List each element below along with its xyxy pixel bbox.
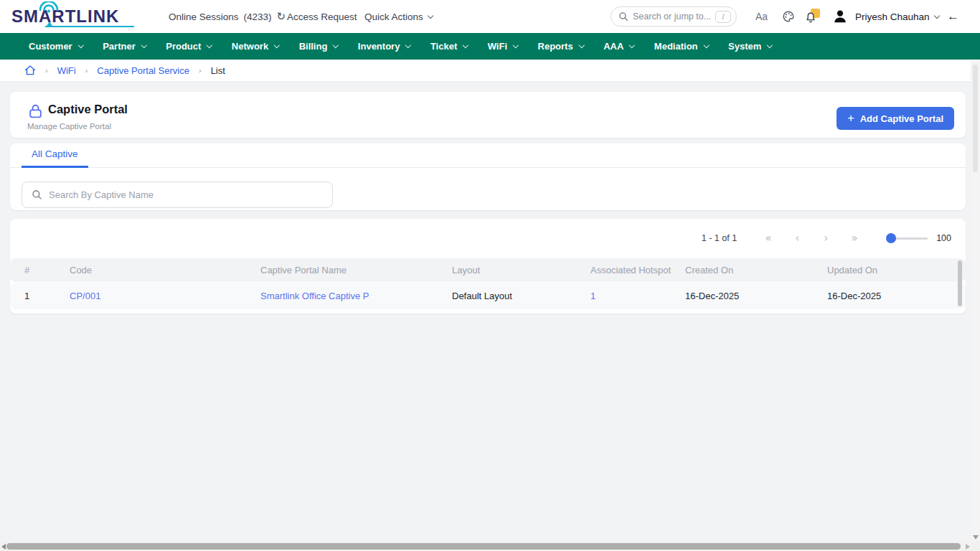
scroll-down-arrow-icon[interactable] xyxy=(973,535,979,540)
nav-item-reports[interactable]: Reports xyxy=(538,41,584,52)
lock-icon xyxy=(28,103,43,119)
nav-item-system[interactable]: System xyxy=(728,41,772,52)
chevron-down-icon xyxy=(405,42,411,48)
chevron-right-icon: › xyxy=(85,66,88,75)
col-hotspot: Associated Hotspot xyxy=(590,265,685,276)
chevron-down-icon xyxy=(428,12,433,18)
chevron-down-icon xyxy=(767,42,773,48)
theme-palette-icon[interactable] xyxy=(782,0,795,33)
chevron-right-icon: › xyxy=(199,66,202,75)
user-name: Priyesh Chauhan xyxy=(855,11,930,22)
horizontal-scrollbar xyxy=(0,542,980,551)
captive-name-search-input[interactable] xyxy=(49,189,323,200)
vertical-scrollbar-thumb[interactable] xyxy=(973,65,978,172)
refresh-icon[interactable]: ↻ xyxy=(277,10,286,23)
captive-name-search[interactable] xyxy=(22,182,333,208)
filter-card: All Captive xyxy=(10,143,966,210)
prev-page-icon[interactable]: ‹ xyxy=(783,232,811,245)
back-arrow-icon: ← xyxy=(947,9,959,24)
cell-created: 16-Dec-2025 xyxy=(685,291,827,301)
user-avatar[interactable] xyxy=(832,0,848,33)
scroll-left-arrow-icon[interactable] xyxy=(1,544,6,550)
logo-underline xyxy=(45,26,134,27)
col-updated: Updated On xyxy=(827,265,951,276)
scroll-right-arrow-icon[interactable] xyxy=(966,544,970,550)
tab-bar: All Captive xyxy=(10,143,966,168)
nav-item-aaa[interactable]: AAA xyxy=(603,41,634,52)
user-menu[interactable]: Priyesh Chauhan xyxy=(855,0,939,33)
col-name: Captive Portal Name xyxy=(260,265,452,276)
online-sessions[interactable]: Online Sessions (4233) ↻ xyxy=(169,0,286,33)
page-size-slider[interactable] xyxy=(887,233,928,243)
plus-icon: + xyxy=(847,112,854,125)
chevron-down-icon xyxy=(629,42,635,48)
online-sessions-label: Online Sessions xyxy=(169,11,239,22)
nav-item-inventory[interactable]: Inventory xyxy=(358,41,410,52)
chevron-down-icon xyxy=(78,42,84,48)
nav-item-wifi[interactable]: WiFi xyxy=(488,41,518,52)
smartlink-logo[interactable]: SMARTLINK xyxy=(11,4,144,31)
cell-updated: 16-Dec-2025 xyxy=(827,291,951,301)
chevron-down-icon xyxy=(579,42,585,48)
chevron-down-icon xyxy=(463,42,468,48)
global-search[interactable]: / xyxy=(611,6,737,27)
back-arrow-button[interactable]: ← xyxy=(947,0,959,33)
wifi-icon xyxy=(38,1,60,13)
breadcrumb-wifi[interactable]: WiFi xyxy=(57,65,76,76)
pagination-range: 1 - 1 of 1 xyxy=(702,233,737,243)
chevron-down-icon xyxy=(333,42,339,48)
access-request-link[interactable]: Access Request xyxy=(287,0,357,33)
col-layout: Layout xyxy=(452,265,590,276)
main-nav: Customer Partner Product Network Billing… xyxy=(0,33,980,60)
col-num: # xyxy=(24,265,70,276)
table-header: # Code Captive Portal Name Layout Associ… xyxy=(10,258,966,282)
chevron-right-icon: › xyxy=(45,66,48,75)
pagination: 1 - 1 of 1 « ‹ › » 100 xyxy=(702,228,951,248)
horizontal-scrollbar-thumb[interactable] xyxy=(6,543,961,550)
cell-hotspot-link[interactable]: 1 xyxy=(590,291,685,301)
global-search-input[interactable] xyxy=(633,11,711,22)
breadcrumb-list: List xyxy=(211,65,225,76)
online-sessions-count: (4233) xyxy=(244,11,272,22)
quick-actions-menu[interactable]: Quick Actions xyxy=(364,0,433,33)
nav-item-customer[interactable]: Customer xyxy=(29,41,83,52)
chevron-down-icon xyxy=(274,42,280,48)
nav-item-product[interactable]: Product xyxy=(166,41,212,52)
slider-knob[interactable] xyxy=(886,233,896,243)
chevron-down-icon xyxy=(141,42,147,48)
nav-item-partner[interactable]: Partner xyxy=(103,41,146,52)
nav-item-mediation[interactable]: Mediation xyxy=(654,41,708,52)
cell-layout: Default Layout xyxy=(452,291,590,301)
next-page-icon[interactable]: › xyxy=(811,232,840,245)
nav-item-network[interactable]: Network xyxy=(232,41,279,52)
bell-icon xyxy=(805,11,816,24)
cell-code-link[interactable]: CP/001 xyxy=(70,291,260,301)
last-page-icon[interactable]: » xyxy=(840,232,869,245)
home-icon[interactable] xyxy=(24,65,36,76)
search-icon xyxy=(618,11,628,22)
cell-name-link[interactable]: Smartlink Office Captive Portal xyxy=(260,291,452,301)
col-code: Code xyxy=(70,265,260,276)
notifications-button[interactable] xyxy=(805,0,819,33)
search-icon xyxy=(32,189,42,200)
page-title: Captive Portal xyxy=(48,103,128,116)
person-icon xyxy=(832,9,848,24)
search-shortcut-badge: / xyxy=(715,11,731,23)
cell-num: 1 xyxy=(24,291,70,301)
chevron-down-icon xyxy=(513,42,519,48)
tab-all-captive[interactable]: All Captive xyxy=(22,142,88,168)
nav-item-ticket[interactable]: Ticket xyxy=(430,41,468,52)
top-header: SMARTLINK Online Sessions (4233) ↻ Acces… xyxy=(0,0,980,33)
vertical-scrollbar xyxy=(971,60,980,542)
table-card: 1 - 1 of 1 « ‹ › » 100 # Code Captive Po… xyxy=(10,219,966,314)
add-captive-portal-button[interactable]: + Add Captive Portal xyxy=(837,107,954,130)
first-page-icon[interactable]: « xyxy=(754,232,783,245)
breadcrumb: › WiFi › Captive Portal Service › List xyxy=(0,60,980,82)
nav-item-billing[interactable]: Billing xyxy=(299,41,338,52)
breadcrumb-captive-portal-service[interactable]: Captive Portal Service xyxy=(97,65,189,76)
text-size-toggle[interactable]: Aa xyxy=(755,0,768,33)
chevron-down-icon xyxy=(703,42,709,48)
page-size-value: 100 xyxy=(936,233,951,243)
table-row: 1 CP/001 Smartlink Office Captive Portal… xyxy=(10,283,966,309)
table-scrollbar-thumb[interactable] xyxy=(958,260,962,306)
